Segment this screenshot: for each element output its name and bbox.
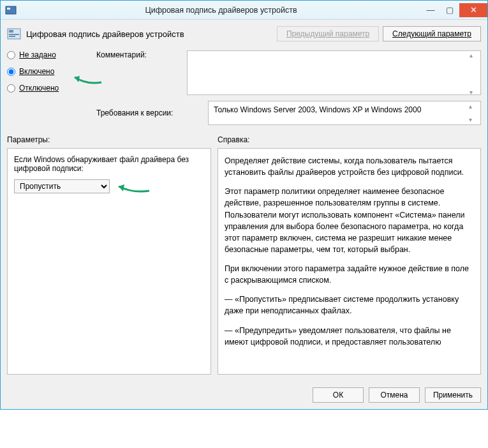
help-p4: — «Пропустить» предписывает системе прод… <box>225 294 474 317</box>
requirements-label: Требования к версии: <box>96 108 202 117</box>
requirements-row: Требования к версии: Только Windows Serv… <box>96 101 481 125</box>
close-button[interactable]: ✕ <box>459 3 487 17</box>
radio-not-configured-input[interactable] <box>7 51 15 59</box>
titlebar: Цифровая подпись драйверов устройств — ▢… <box>1 1 487 20</box>
comment-label: Комментарий: <box>96 50 179 59</box>
svg-rect-1 <box>7 8 10 10</box>
radio-enabled-input[interactable] <box>7 68 15 76</box>
radio-enabled-label: Включено <box>19 67 54 76</box>
maximize-button[interactable]: ▢ <box>440 3 459 17</box>
state-row: Не задано Включено Отключено Комментарий… <box>7 50 481 125</box>
requirements-box: Только Windows Server 2003, Windows XP и… <box>208 101 481 125</box>
svg-rect-0 <box>6 6 16 14</box>
policy-title: Цифровая подпись драйверов устройств <box>26 29 272 39</box>
nav-buttons: Предыдущий параметр Следующий параметр <box>277 26 481 41</box>
policy-editor-window: Цифровая подпись драйверов устройств — ▢… <box>0 0 488 410</box>
radio-disabled-input[interactable] <box>7 84 15 93</box>
titlebar-icon <box>4 4 17 17</box>
svg-rect-3 <box>9 30 13 33</box>
requirements-text: Только Windows Server 2003, Windows XP и… <box>214 105 421 114</box>
lower-panels: Параметры: Если Windows обнаруживает фай… <box>7 135 481 375</box>
radio-disabled-label: Отключено <box>19 84 59 93</box>
apply-button[interactable]: Применить <box>425 387 481 403</box>
requirements-scrollbar[interactable]: ▴▾ <box>469 103 479 123</box>
ok-button[interactable]: ОК <box>313 387 364 403</box>
prev-setting-button: Предыдущий параметр <box>277 26 379 41</box>
window-controls: — ▢ ✕ <box>421 3 487 17</box>
params-panel: Если Windows обнаруживает файл драйвера … <box>7 148 211 375</box>
signing-action-select[interactable]: ПропуститьПредупредитьЗаблокировать <box>14 179 110 193</box>
radio-disabled[interactable]: Отключено <box>7 84 84 93</box>
comment-textarea[interactable] <box>187 50 481 95</box>
state-right: Комментарий: ▴▾ Требования к версии: Тол… <box>96 50 481 125</box>
policy-icon <box>7 27 21 41</box>
help-p1: Определяет действие системы, когда польз… <box>225 155 474 178</box>
dialog-body: Цифровая подпись драйверов устройств Пре… <box>1 20 487 381</box>
annotation-arrow-2 <box>115 179 151 195</box>
help-p5: — «Предупредить» уведомляет пользователя… <box>225 325 474 348</box>
help-p2: Этот параметр политики определяет наимен… <box>225 186 474 255</box>
dialog-buttons: ОК Отмена Применить <box>1 381 487 409</box>
radio-enabled[interactable]: Включено <box>7 67 84 76</box>
help-label: Справка: <box>218 135 481 144</box>
params-label: Параметры: <box>7 135 211 144</box>
radio-not-configured-label: Не задано <box>19 50 56 59</box>
comment-scrollbar[interactable]: ▴▾ <box>470 52 480 96</box>
svg-rect-4 <box>9 34 19 35</box>
help-p3: При включении этого параметра задайте ну… <box>225 263 474 286</box>
window-title: Цифровая подпись драйверов устройств <box>21 6 421 15</box>
params-column: Параметры: Если Windows обнаруживает фай… <box>7 135 211 375</box>
state-radios: Не задано Включено Отключено <box>7 50 84 100</box>
minimize-button[interactable]: — <box>421 3 440 17</box>
cancel-button[interactable]: Отмена <box>369 387 420 403</box>
svg-rect-5 <box>9 36 15 37</box>
header-row: Цифровая подпись драйверов устройств Пре… <box>7 26 481 41</box>
help-column: Справка: Определяет действие системы, ко… <box>218 135 481 375</box>
params-option-text: Если Windows обнаруживает файл драйвера … <box>14 155 204 173</box>
next-setting-button[interactable]: Следующий параметр <box>383 26 481 41</box>
radio-not-configured[interactable]: Не задано <box>7 50 84 59</box>
help-panel[interactable]: Определяет действие системы, когда польз… <box>218 148 481 375</box>
